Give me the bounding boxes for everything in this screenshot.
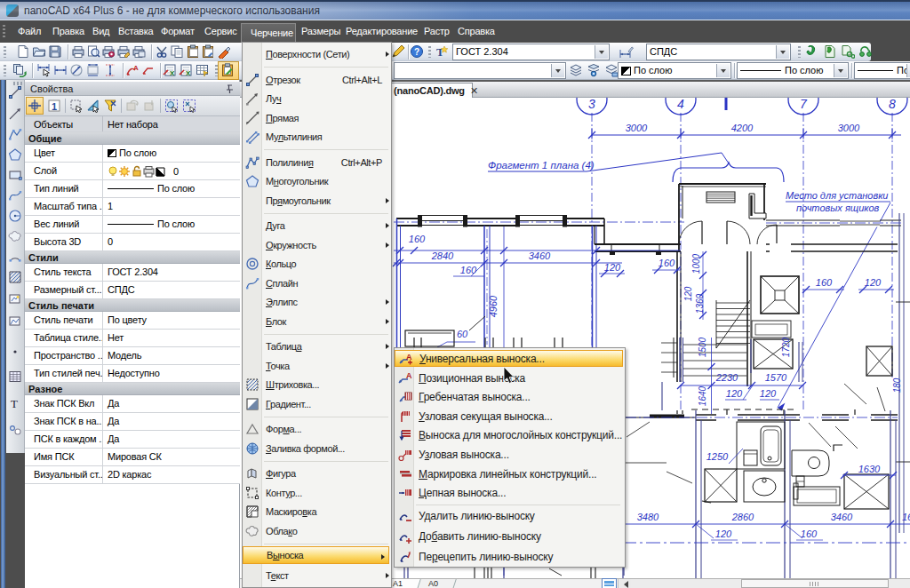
svg-text:4200: 4200 [731,123,754,133]
svg-text:2840: 2840 [431,250,454,261]
svg-text:2230: 2230 [715,372,738,383]
svg-text:1630: 1630 [858,464,881,474]
svg-text:Фрагмент 1 плана (4): Фрагмент 1 плана (4) [488,160,595,171]
svg-text:1500: 1500 [698,337,707,357]
svg-text:4960: 4960 [488,295,499,317]
svg-text:120: 120 [715,528,732,539]
svg-text:120: 120 [760,388,777,399]
svg-text:160: 160 [816,277,833,288]
svg-text:7: 7 [800,98,808,111]
svg-text:1000: 1000 [691,253,701,274]
svg-text:A: A [406,371,412,380]
svg-text:120: 120 [726,388,743,399]
svg-text:1720: 1720 [781,337,791,357]
svg-text:?: ? [414,47,419,57]
svg-text:1570: 1570 [765,372,787,383]
svg-text:3000: 3000 [626,123,648,133]
svg-text:3000: 3000 [838,123,860,133]
svg-text:8: 8 [889,98,896,111]
svg-text:120: 120 [865,277,882,288]
svg-text:160: 160 [801,528,818,539]
svg-text:60: 60 [457,329,468,339]
svg-text:1640: 1640 [698,385,707,406]
svg-text:1: 1 [52,101,57,112]
svg-text:A: A [133,64,139,72]
svg-text:2860: 2860 [731,512,754,522]
svg-text:16: 16 [902,512,910,522]
svg-text:3460: 3460 [529,250,551,261]
svg-text:X: X [186,69,191,77]
svg-text:почтовых ящиков: почтовых ящиков [796,203,880,213]
svg-text:T: T [11,397,18,410]
svg-text:3480: 3480 [637,512,659,522]
svg-text:4: 4 [677,98,684,111]
svg-text:X: X [170,69,175,77]
svg-text:3460: 3460 [831,512,853,522]
svg-text:1250: 1250 [706,451,729,462]
svg-text:120: 120 [683,286,693,301]
svg-text:180: 180 [892,377,902,393]
svg-text:A: A [406,353,412,362]
svg-text:3: 3 [588,98,595,111]
svg-text:160: 160 [460,265,477,275]
svg-text:160: 160 [409,234,426,244]
svg-text:Место для установки: Место для установки [786,190,888,201]
